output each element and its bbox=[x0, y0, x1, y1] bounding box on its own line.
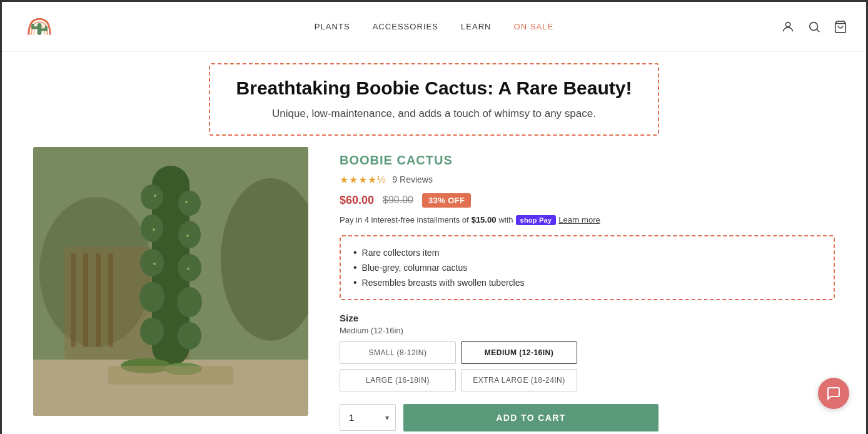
product-category: BOOBIE CACTUS bbox=[340, 153, 835, 168]
features-list: Rare collectors item Blue-grey, columnar… bbox=[353, 245, 821, 290]
quantity-selector[interactable]: 1 2 3 4 5 ▾ bbox=[340, 404, 396, 431]
chat-icon bbox=[826, 386, 841, 401]
chevron-down-icon: ▾ bbox=[385, 413, 389, 422]
product-details: BOOBIE CACTUS ★★★★½ 9 Reviews $60.00 $90… bbox=[340, 147, 835, 431]
feature-item-3: Resembles breasts with swollen tubercles bbox=[353, 275, 821, 290]
price-current: $60.00 bbox=[340, 194, 374, 207]
svg-point-5 bbox=[785, 22, 790, 26]
size-label: Size bbox=[340, 313, 835, 323]
svg-point-33 bbox=[153, 263, 156, 265]
svg-rect-4 bbox=[45, 26, 48, 31]
svg-point-28 bbox=[178, 322, 201, 350]
size-selected-text: Medium (12-16in) bbox=[340, 326, 835, 335]
nav-plants[interactable]: PLANTS bbox=[315, 22, 350, 31]
quantity-select[interactable]: 1 2 3 4 5 bbox=[349, 412, 376, 423]
site-header: PLANTS ACCESSORIES LEARN ON SALE bbox=[2, 2, 866, 52]
price-row: $60.00 $90.00 33% OFF bbox=[340, 193, 835, 208]
logo-icon bbox=[21, 8, 58, 46]
feature-item-2: Blue-grey, columnar cactus bbox=[353, 260, 821, 275]
svg-rect-37 bbox=[108, 366, 233, 385]
svg-point-21 bbox=[141, 214, 163, 242]
svg-point-30 bbox=[185, 201, 188, 203]
features-box: Rare collectors item Blue-grey, columnar… bbox=[340, 235, 835, 300]
size-large[interactable]: LARGE (16-18IN) bbox=[340, 369, 456, 391]
svg-point-24 bbox=[178, 254, 201, 281]
price-original: $90.00 bbox=[383, 194, 413, 206]
product-cactus-image bbox=[33, 147, 308, 416]
installment-amount: $15.00 bbox=[472, 215, 497, 225]
size-medium[interactable]: MEDIUM (12-16IN) bbox=[461, 341, 577, 364]
svg-point-22 bbox=[178, 221, 201, 248]
product-image bbox=[33, 147, 308, 416]
svg-line-7 bbox=[817, 29, 819, 32]
installment-text-mid: with bbox=[498, 215, 513, 225]
svg-point-20 bbox=[178, 191, 201, 216]
svg-point-31 bbox=[153, 228, 155, 231]
svg-rect-14 bbox=[83, 253, 88, 347]
cart-icon[interactable] bbox=[834, 20, 847, 34]
learn-more-link[interactable]: Learn more bbox=[558, 215, 600, 225]
account-icon[interactable] bbox=[781, 20, 795, 34]
hero-title: Breathtaking Boobie Cactus: A Rare Beaut… bbox=[233, 77, 635, 99]
logo[interactable] bbox=[21, 8, 96, 46]
svg-point-19 bbox=[141, 184, 163, 209]
product-section: BOOBIE CACTUS ★★★★½ 9 Reviews $60.00 $90… bbox=[2, 147, 866, 435]
size-grid: SMALL (8-12IN) MEDIUM (12-16IN) LARGE (1… bbox=[340, 341, 577, 391]
svg-rect-13 bbox=[71, 253, 76, 347]
product-image-placeholder bbox=[33, 147, 308, 416]
svg-rect-2 bbox=[31, 23, 34, 29]
star-rating: ★★★★½ bbox=[340, 174, 386, 186]
add-to-cart-button[interactable]: ADD TO CART bbox=[403, 404, 659, 431]
size-selector: Size Medium (12-16in) SMALL (8-12IN) MED… bbox=[340, 313, 835, 391]
chat-bubble[interactable] bbox=[818, 378, 849, 409]
reviews-row: ★★★★½ 9 Reviews bbox=[340, 174, 835, 186]
nav-on-sale[interactable]: ON SALE bbox=[514, 22, 554, 31]
svg-point-34 bbox=[187, 268, 189, 270]
hero-banner: Breathtaking Boobie Cactus: A Rare Beaut… bbox=[209, 63, 659, 136]
review-count[interactable]: 9 Reviews bbox=[392, 174, 433, 184]
size-small[interactable]: SMALL (8-12IN) bbox=[340, 341, 456, 364]
svg-point-26 bbox=[177, 287, 202, 317]
svg-point-27 bbox=[140, 318, 164, 345]
svg-point-25 bbox=[139, 282, 164, 312]
svg-rect-16 bbox=[108, 253, 113, 347]
feature-item-1: Rare collectors item bbox=[353, 245, 821, 260]
svg-point-6 bbox=[810, 22, 818, 30]
shop-pay-badge: shop Pay bbox=[516, 215, 557, 225]
hero-subtitle: Unique, low-maintenance, and adds a touc… bbox=[233, 106, 635, 122]
discount-badge: 33% OFF bbox=[422, 193, 471, 208]
svg-point-29 bbox=[154, 194, 156, 197]
installment-row: Pay in 4 interest-free installments of $… bbox=[340, 215, 835, 225]
svg-rect-15 bbox=[96, 253, 101, 347]
installment-text-pre: Pay in 4 interest-free installments of bbox=[340, 215, 469, 225]
nav-accessories[interactable]: ACCESSORIES bbox=[373, 22, 438, 31]
size-xlarge[interactable]: EXTRA LARGE (18-24IN) bbox=[461, 369, 577, 391]
main-nav: PLANTS ACCESSORIES LEARN ON SALE bbox=[96, 22, 772, 31]
cart-row: 1 2 3 4 5 ▾ ADD TO CART bbox=[340, 404, 659, 431]
header-icons bbox=[772, 20, 847, 34]
svg-point-23 bbox=[140, 249, 164, 276]
search-icon[interactable] bbox=[807, 20, 821, 34]
svg-point-32 bbox=[186, 235, 189, 237]
nav-learn[interactable]: LEARN bbox=[461, 22, 492, 31]
